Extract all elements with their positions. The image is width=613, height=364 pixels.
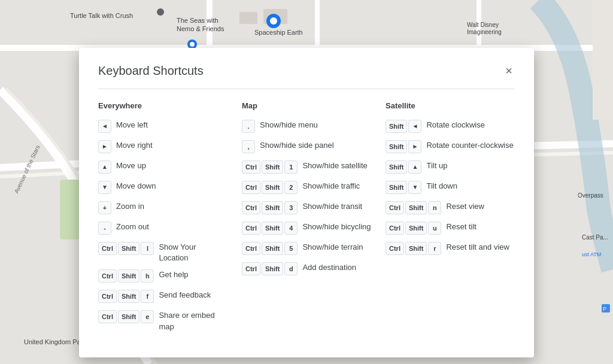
key-ctrl: Ctrl <box>386 242 404 255</box>
key-down-arrow: ▼ <box>408 181 421 194</box>
shortcut-zoom-out: - Zoom out <box>98 222 227 236</box>
map-section: Map . Show/hide menu , Show/hide side pa… <box>242 99 371 338</box>
key-shift: Shift <box>262 242 283 255</box>
key-minus: - <box>98 222 111 235</box>
key-h: h <box>141 269 154 283</box>
satellite-section: Satellite Shift ◄ Rotate clockwise Shift… <box>386 99 515 338</box>
shortcut-label-share-embed: Share or embed map <box>159 310 227 332</box>
key-period: . <box>242 120 255 133</box>
key-ctrl: Ctrl <box>242 160 260 174</box>
key-ctrl: Ctrl <box>242 242 260 255</box>
modal-title: Keyboard Shortcuts <box>98 64 204 78</box>
shortcut-move-down: ▼ Move down <box>98 181 227 195</box>
key-shift: Shift <box>386 120 407 133</box>
shortcut-keys: Ctrl Shift n <box>386 201 441 214</box>
shortcut-label: Show/hide menu <box>260 120 318 131</box>
shortcut-label-move-right: Move right <box>116 140 153 151</box>
modal-overlay: Keyboard Shortcuts × Everywhere ◄ Move l… <box>0 0 613 364</box>
shortcut-keys: Ctrl Shift 1 <box>242 160 298 174</box>
key-ctrl: Ctrl <box>98 310 117 323</box>
shortcut-show-hide-menu: . Show/hide menu <box>242 120 371 134</box>
key-shift: Shift <box>405 201 427 214</box>
key-right-arrow: ► <box>408 140 421 153</box>
shortcut-show-hide-side-panel: , Show/hide side panel <box>242 140 371 154</box>
key-ctrl: Ctrl <box>98 290 117 303</box>
shortcut-label: Rotate clockwise <box>426 120 485 131</box>
shortcut-show-hide-bicycling: Ctrl Shift 4 Show/hide bicycling <box>242 222 371 236</box>
shortcut-label: Tilt down <box>426 181 457 192</box>
shortcut-label: Show/hide satellite <box>302 160 367 171</box>
key-ctrl: Ctrl <box>386 222 404 235</box>
shortcut-reset-view: Ctrl Shift n Reset view <box>386 201 515 216</box>
key-shift: Shift <box>262 222 283 235</box>
shortcuts-grid: Everywhere ◄ Move left ► Move right <box>98 99 515 338</box>
shortcut-label-move-up: Move up <box>116 160 146 171</box>
shortcut-keys: , <box>242 140 255 153</box>
key-comma: , <box>242 140 255 153</box>
shortcut-label: Add destination <box>302 262 356 273</box>
shortcut-label: Show/hide terrain <box>302 242 363 253</box>
shortcut-label-get-help: Get help <box>159 269 188 280</box>
shortcut-label: Rotate counter-clockwise <box>426 140 513 151</box>
shortcut-show-hide-satellite: Ctrl Shift 1 Show/hide satellite <box>242 160 371 175</box>
key-ctrl: Ctrl <box>242 222 260 235</box>
shortcut-label-show-location: Show Your Location <box>159 242 227 263</box>
shortcut-label: Show/hide transit <box>302 201 362 212</box>
key-left-arrow: ◄ <box>98 120 111 133</box>
key-ctrl: Ctrl <box>386 201 404 214</box>
key-shift: Shift <box>262 262 283 275</box>
key-shift: Shift <box>262 201 283 214</box>
shortcut-label-move-down: Move down <box>116 181 156 192</box>
key-u: u <box>428 222 441 235</box>
key-shift: Shift <box>118 290 139 303</box>
key-4: 4 <box>284 222 298 235</box>
modal-header: Keyboard Shortcuts × <box>98 62 515 89</box>
key-shift: Shift <box>262 181 283 194</box>
shortcut-keys: Ctrl Shift h <box>98 269 154 283</box>
key-left-arrow: ◄ <box>408 120 421 133</box>
shortcut-rotate-counter-clockwise: Shift ► Rotate counter-clockwise <box>386 140 515 154</box>
shortcut-show-hide-terrain: Ctrl Shift 5 Show/hide terrain <box>242 242 371 256</box>
key-ctrl: Ctrl <box>98 269 117 283</box>
shortcut-show-hide-transit: Ctrl Shift 3 Show/hide transit <box>242 201 371 216</box>
shortcut-keys: ► <box>98 140 111 153</box>
key-shift: Shift <box>405 222 427 235</box>
shortcut-keys: ▼ <box>98 181 111 194</box>
shortcut-keys: Ctrl Shift l <box>98 242 154 255</box>
shortcut-move-right: ► Move right <box>98 140 227 154</box>
shortcut-keys: Shift ▼ <box>386 181 421 194</box>
shortcut-keys: Ctrl Shift f <box>98 290 154 303</box>
shortcut-tilt-down: Shift ▼ Tilt down <box>386 181 515 195</box>
shortcut-zoom-in: + Zoom in <box>98 201 227 216</box>
shortcut-keys: . <box>242 120 255 133</box>
close-button[interactable]: × <box>503 62 515 79</box>
shortcut-keys: Ctrl Shift 3 <box>242 201 298 214</box>
shortcut-show-hide-traffic: Ctrl Shift 2 Show/hide traffic <box>242 181 371 195</box>
shortcut-add-destination: Ctrl Shift d Add destination <box>242 262 371 277</box>
key-shift: Shift <box>386 160 407 174</box>
key-ctrl: Ctrl <box>98 242 117 255</box>
key-e: e <box>141 310 154 323</box>
shortcut-move-left: ◄ Move left <box>98 120 227 134</box>
shortcut-label-send-feedback: Send feedback <box>159 290 211 301</box>
shortcut-keys: + <box>98 201 111 214</box>
key-r: r <box>428 242 441 255</box>
key-up-arrow: ▲ <box>98 160 111 174</box>
key-down-arrow: ▼ <box>98 181 111 194</box>
shortcut-label-move-left: Move left <box>116 120 148 131</box>
shortcut-keys: Ctrl Shift e <box>98 310 154 323</box>
keyboard-shortcuts-modal: Keyboard Shortcuts × Everywhere ◄ Move l… <box>79 48 534 357</box>
key-shift: Shift <box>118 242 139 255</box>
shortcut-keys: Shift ▲ <box>386 160 421 174</box>
shortcut-rotate-clockwise: Shift ◄ Rotate clockwise <box>386 120 515 134</box>
shortcut-label: Show/hide side panel <box>260 140 334 151</box>
shortcut-label: Reset view <box>446 201 484 212</box>
everywhere-title: Everywhere <box>98 101 227 113</box>
shortcut-label: Reset tilt <box>446 222 477 232</box>
shortcut-keys: Ctrl Shift u <box>386 222 441 235</box>
shortcut-share-embed: Ctrl Shift e Share or embed map <box>98 310 227 332</box>
shortcut-keys: Shift ► <box>386 140 421 153</box>
shortcut-label-zoom-out: Zoom out <box>116 222 149 232</box>
shortcut-label: Tilt up <box>426 160 447 171</box>
key-shift: Shift <box>386 181 407 194</box>
